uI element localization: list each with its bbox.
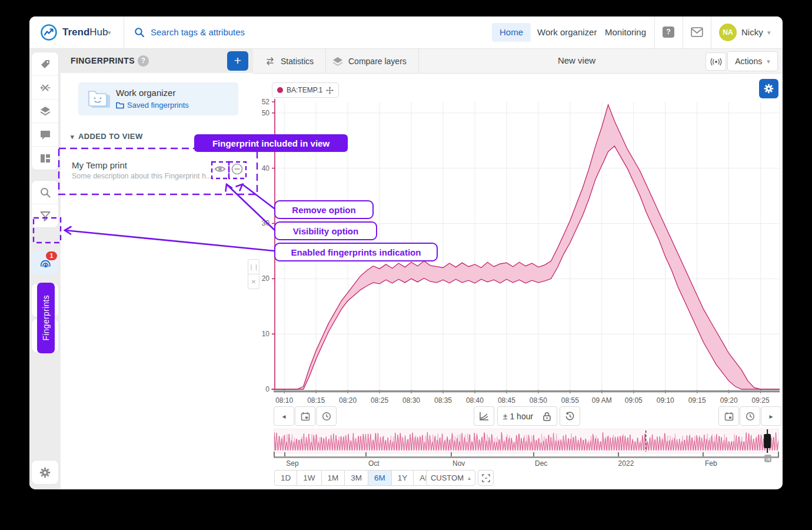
tab-statistics[interactable]: Statistics xyxy=(253,49,326,73)
timeline-month-label: Feb xyxy=(705,459,717,468)
nav-item-monitoring[interactable]: Monitoring xyxy=(597,23,654,42)
app-window: TrendHub ▾ Home Work organizer Monitorin… xyxy=(29,16,783,489)
sidebar-item-settings[interactable] xyxy=(32,461,58,484)
zoom-preset-6m[interactable]: 6M xyxy=(368,470,392,486)
axis-close-button[interactable]: ✕ xyxy=(248,274,259,289)
time-end-button[interactable] xyxy=(740,406,760,426)
overview-strip[interactable] xyxy=(274,429,779,453)
work-organizer-card[interactable]: Work organizer Saved fingerprints xyxy=(78,82,238,115)
sidebar-item-dashboard[interactable] xyxy=(32,146,58,170)
chart-settings-button[interactable] xyxy=(759,79,778,98)
search-icon xyxy=(134,27,145,38)
series-color-dot xyxy=(277,87,283,93)
time-offset-button[interactable]: ± 1 hour xyxy=(497,406,539,426)
folder-icon xyxy=(116,102,124,109)
app-logo[interactable]: TrendHub xyxy=(62,26,108,38)
logo-bold: Trend xyxy=(62,26,89,38)
added-to-view-header[interactable]: ▾ADDED TO VIEW xyxy=(71,132,143,141)
zoom-preset-1w[interactable]: 1W xyxy=(297,470,321,486)
custom-label: CUSTOM xyxy=(431,473,464,482)
navbar-divider xyxy=(654,16,655,48)
calendar-start-button[interactable] xyxy=(295,406,315,426)
avatar[interactable]: NA xyxy=(719,24,737,41)
y-axis-widget: ❘❘ ✕ xyxy=(248,259,258,289)
broadcast-live-button[interactable] xyxy=(705,52,726,71)
timeline-month-label: 2022 xyxy=(618,459,634,468)
time-offset-label: ± 1 hour xyxy=(503,412,533,421)
chart-mode-button[interactable] xyxy=(474,406,494,426)
swap-arrows-icon xyxy=(265,57,275,65)
add-fingerprint-button[interactable]: + xyxy=(227,51,248,71)
timeline-month-label: Oct xyxy=(368,459,380,468)
trendhub-logo-icon xyxy=(40,24,58,41)
nav-item-home[interactable]: Home xyxy=(492,23,531,42)
saved-fingerprints-link[interactable]: Saved fingerprints xyxy=(116,101,189,110)
step-forward-button[interactable]: ▸ xyxy=(761,406,781,426)
zoom-preset-1y[interactable]: 1Y xyxy=(391,470,414,486)
logo-caret-icon[interactable]: ▾ xyxy=(108,29,111,37)
search-input[interactable] xyxy=(149,26,317,38)
timeline-end-tick xyxy=(778,452,779,457)
zoom-preset-1m[interactable]: 1M xyxy=(321,470,345,486)
remove-minus-icon[interactable] xyxy=(231,163,244,175)
step-back-button[interactable]: ◂ xyxy=(274,406,294,426)
select-range-button[interactable] xyxy=(478,470,494,486)
fingerprints-panel-tab[interactable]: Fingerprints xyxy=(37,283,55,353)
actions-label: Actions xyxy=(735,57,762,66)
mail-icon[interactable] xyxy=(691,27,703,37)
select-area-icon xyxy=(482,474,490,482)
sidebar-item-fingerprints[interactable]: 1 xyxy=(32,251,58,275)
view-toolbar: Statistics Compare layers New view Actio… xyxy=(253,49,783,74)
zoom-preset-group: 1D1W1M3M6M1YALL xyxy=(274,470,440,486)
sidebar-item-filter[interactable] xyxy=(32,204,58,227)
zoom-preset-1d[interactable]: 1D xyxy=(274,470,297,486)
gear-icon xyxy=(763,83,774,94)
right-arrow-icon: ▸ xyxy=(769,412,773,420)
visibility-eye-icon[interactable] xyxy=(214,163,227,175)
timeline-line xyxy=(274,456,779,458)
x-tick-label: 08:50 xyxy=(530,396,547,405)
timeline-month-label: Nov xyxy=(452,459,465,468)
overview-waveform xyxy=(274,429,778,453)
clock-icon xyxy=(746,412,755,421)
logo-light: Hub xyxy=(89,26,108,38)
user-menu-caret-icon[interactable]: ▾ xyxy=(767,29,771,37)
scrubber-thumb[interactable] xyxy=(764,434,771,448)
time-start-button[interactable] xyxy=(316,406,337,426)
y-tick-label: 52 xyxy=(262,98,270,106)
fingerprint-item-description: Some description about this Fingerprint … xyxy=(72,172,212,180)
x-tick-label: 08:55 xyxy=(561,396,579,405)
sidebar-item-layers[interactable] xyxy=(32,99,58,122)
help-icon[interactable]: ? xyxy=(663,26,674,38)
annotation-banner-included: Fingerprint included in view xyxy=(194,134,348,152)
custom-range-button[interactable]: CUSTOM▴ xyxy=(426,470,475,486)
trend-axes-icon xyxy=(479,412,489,421)
tab-compare-layers[interactable]: Compare layers xyxy=(321,49,419,73)
sidebar-item-tags[interactable] xyxy=(32,52,58,75)
zoom-preset-3m[interactable]: 3M xyxy=(344,470,368,486)
y-tick-label: 30 xyxy=(262,219,270,227)
dashboard-icon xyxy=(39,153,51,164)
x-tick-label: 08:45 xyxy=(498,396,515,405)
history-button[interactable] xyxy=(560,406,580,426)
lock-button[interactable] xyxy=(537,406,557,426)
broadcast-icon xyxy=(710,58,722,66)
user-name[interactable]: Nicky xyxy=(741,27,763,37)
series-chip[interactable]: BA:TEMP.1 xyxy=(272,82,339,98)
axis-drag-handle[interactable]: ❘❘ xyxy=(248,259,259,274)
fingerprints-badge: 1 xyxy=(46,251,57,260)
sidebar-item-comments[interactable] xyxy=(32,122,58,146)
x-tick-label: 09:05 xyxy=(625,396,643,405)
calendar-end-button[interactable] xyxy=(718,406,739,426)
x-tick-label: 08:40 xyxy=(466,396,484,405)
fingerprints-tab-label: Fingerprints xyxy=(41,295,51,341)
y-tick-label: 50 xyxy=(262,109,270,117)
move-icon[interactable] xyxy=(326,87,334,94)
actions-button[interactable]: Actions▾ xyxy=(727,51,778,71)
panel-help-icon[interactable]: ? xyxy=(138,55,149,67)
x-tick-label: 09 AM xyxy=(592,396,612,405)
actions-caret-icon: ▾ xyxy=(767,58,770,65)
sidebar-item-calculations[interactable] xyxy=(32,75,58,99)
nav-item-work-organizer[interactable]: Work organizer xyxy=(530,23,604,42)
sidebar-item-search[interactable] xyxy=(32,181,58,204)
